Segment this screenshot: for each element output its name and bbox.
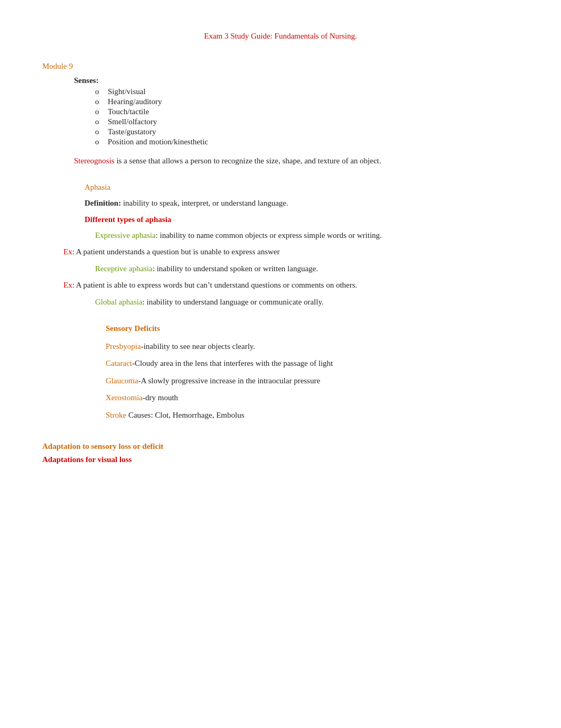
- aphasia-definition: Definition: inability to speak, interpre…: [85, 197, 519, 209]
- senses-label: Senses:: [74, 76, 519, 85]
- list-item: Sight/visual: [95, 87, 519, 96]
- aphasia-heading: Aphasia: [85, 183, 519, 192]
- sensory-desc-presbyopia: -inability to see near objects clearly.: [141, 342, 255, 351]
- definition-bold: Definition:: [85, 199, 121, 207]
- global-aphasia-line: Global aphasia: inability to understand …: [95, 296, 519, 308]
- list-item: Smell/olfactory: [95, 117, 519, 126]
- sensory-term-presbyopia: Presbyopia: [106, 342, 141, 351]
- module-heading: Module 9: [42, 62, 519, 71]
- list-item: Touch/tactile: [95, 107, 519, 116]
- sensory-desc-cataract: -Cloudy area in the lens that interferes…: [132, 359, 333, 367]
- sensory-term-stroke: Stroke: [106, 411, 126, 419]
- stereognosis-description: is a sense that allows a person to recog…: [115, 156, 381, 165]
- expressive-aphasia-line: Expressive aphasia: inability to name co…: [95, 229, 519, 242]
- list-item: Taste/gustatory: [95, 127, 519, 136]
- ex-text-1: : A patient understands a question but i…: [72, 247, 280, 256]
- receptive-aphasia-name: Receptive aphasia: [95, 264, 153, 273]
- adaptation-visual-heading: Adaptations for visual loss: [42, 455, 519, 464]
- list-item: Hearing/auditory: [95, 97, 519, 106]
- sensory-item-presbyopia: Presbyopia-inability to see near objects…: [106, 340, 519, 353]
- list-item: Position and motion/kinesthetic: [95, 137, 519, 146]
- sensory-deficits-heading: Sensory Deficits: [106, 324, 519, 333]
- sensory-item-cataract: Cataract-Cloudy area in the lens that in…: [106, 357, 519, 370]
- adaptation-sensory-heading: Adaptation to sensory loss or deficit: [42, 442, 519, 451]
- global-description: inability to understand language or comm…: [145, 298, 324, 306]
- aphasia-types-heading: Different types of aphasia: [85, 215, 519, 224]
- receptive-ex-line: Ex: A patient is able to express words b…: [63, 279, 519, 291]
- sensory-term-xerostomia: Xerostomia: [106, 393, 143, 402]
- ex-text-2: : A patient is able to express words but…: [72, 281, 358, 289]
- page-title: Exam 3 Study Guide: Fundamentals of Nurs…: [42, 32, 519, 41]
- sensory-desc-xerostomia: -dry mouth: [143, 393, 178, 402]
- sensory-item-xerostomia: Xerostomia-dry mouth: [106, 392, 519, 404]
- ex-word-2: Ex: [63, 281, 72, 289]
- sensory-desc-glaucoma: -A slowly progressive increase in the in…: [138, 376, 320, 385]
- expressive-aphasia-name: Expressive aphasia: [95, 231, 156, 239]
- senses-list: Sight/visual Hearing/auditory Touch/tact…: [95, 87, 519, 146]
- stereognosis-paragraph: Stereognosis is a sense that allows a pe…: [74, 155, 519, 167]
- stereognosis-word: Stereognosis: [74, 156, 115, 165]
- sensory-item-stroke: Stroke Causes: Clot, Hemorrhage, Embolus: [106, 409, 519, 421]
- definition-text: inability to speak, interpret, or unders…: [121, 199, 288, 207]
- global-aphasia-name: Global aphasia: [95, 298, 143, 306]
- receptive-description: inability to understand spoken or writte…: [155, 264, 318, 273]
- sensory-term-cataract: Cataract: [106, 359, 132, 367]
- sensory-term-glaucoma: Glaucoma: [106, 376, 138, 385]
- receptive-aphasia-line: Receptive aphasia: inability to understa…: [95, 263, 519, 275]
- ex-word-1: Ex: [63, 247, 72, 256]
- sensory-desc-stroke: Causes: Clot, Hemorrhage, Embolus: [126, 411, 244, 419]
- expressive-description: inability to name common objects or expr…: [158, 231, 382, 239]
- sensory-item-glaucoma: Glaucoma-A slowly progressive increase i…: [106, 375, 519, 387]
- expressive-ex-line: Ex: A patient understands a question but…: [63, 246, 519, 258]
